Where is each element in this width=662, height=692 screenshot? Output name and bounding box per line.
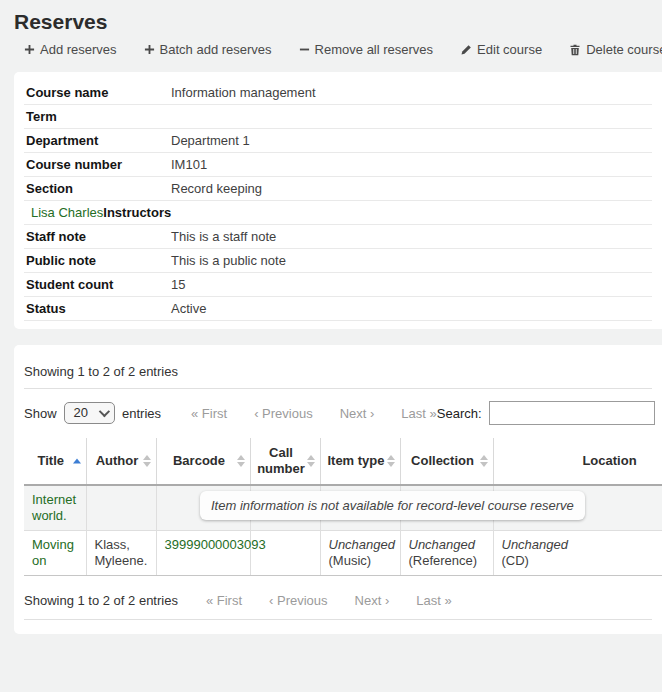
instructor-link[interactable]: Lisa Charles bbox=[31, 205, 103, 220]
detail-row-course-number: Course number IM101 bbox=[24, 153, 652, 177]
author-cell bbox=[86, 485, 156, 531]
plus-icon bbox=[144, 44, 155, 55]
table-footer: Showing 1 to 2 of 2 entries « First ‹ Pr… bbox=[24, 593, 652, 608]
sort-both-icon bbox=[387, 455, 395, 467]
page-length-value: 20 bbox=[74, 405, 88, 420]
batch-add-reserves-button[interactable]: Batch add reserves bbox=[144, 42, 272, 57]
detail-label: Section bbox=[24, 177, 164, 201]
course-details-panel: Course name Information management Term … bbox=[14, 72, 662, 329]
column-header-author[interactable]: Author bbox=[86, 438, 156, 485]
author-cell: Klass, Myleene. bbox=[86, 531, 156, 576]
column-header-call-number[interactable]: Call number bbox=[250, 438, 320, 485]
pencil-icon bbox=[460, 44, 472, 56]
remove-all-reserves-button[interactable]: Remove all reserves bbox=[299, 42, 434, 57]
minus-icon bbox=[299, 44, 310, 55]
last-page-button[interactable]: Last » bbox=[416, 593, 451, 608]
chevron-down-icon bbox=[99, 405, 110, 416]
detail-label: Department bbox=[24, 129, 164, 153]
page-length-select[interactable]: 20 bbox=[64, 402, 115, 424]
detail-value: This is a public note bbox=[164, 249, 652, 273]
last-page-button[interactable]: Last » bbox=[401, 406, 436, 421]
column-header-collection[interactable]: Collection bbox=[400, 438, 493, 485]
detail-label: Term bbox=[24, 105, 164, 129]
table-info-top: Showing 1 to 2 of 2 entries bbox=[24, 364, 652, 379]
column-header-barcode[interactable]: Barcode bbox=[156, 438, 250, 485]
detail-row-staff-note: Staff note This is a staff note bbox=[24, 225, 652, 249]
location-cell: Unchanged (CD) bbox=[493, 531, 662, 576]
divider bbox=[24, 388, 652, 389]
pagination-bottom: « First ‹ Previous Next › Last » bbox=[206, 593, 452, 608]
barcode-link[interactable]: 39999000003093 bbox=[165, 537, 266, 552]
detail-label: Staff note bbox=[24, 225, 164, 249]
batch-add-reserves-label: Batch add reserves bbox=[160, 42, 272, 57]
search-label: Search: bbox=[437, 406, 482, 421]
title-cell: Internet world. bbox=[24, 485, 86, 531]
table-controls: Show 20 entries « First ‹ Previous Next … bbox=[24, 401, 652, 425]
detail-label: Public note bbox=[24, 249, 164, 273]
header-row: Title Author Barcode Call number bbox=[24, 438, 662, 485]
sort-both-icon bbox=[307, 455, 315, 467]
title-cell: Moving on bbox=[24, 531, 86, 576]
show-label: Show bbox=[24, 406, 57, 421]
next-page-button[interactable]: Next › bbox=[355, 593, 390, 608]
search-box: Search: bbox=[437, 401, 655, 425]
title-link[interactable]: Internet world. bbox=[32, 492, 76, 523]
detail-value: Record keeping bbox=[164, 177, 652, 201]
edit-course-label: Edit course bbox=[477, 42, 542, 57]
table-row-moving-on: Moving on Klass, Myleene. 39999000003093… bbox=[24, 531, 662, 576]
collection-cell: Unchanged (Reference) bbox=[400, 531, 493, 576]
barcode-cell: 39999000003093 bbox=[156, 531, 250, 576]
delete-course-button[interactable]: Delete course bbox=[569, 42, 662, 57]
plus-icon bbox=[24, 44, 35, 55]
trash-icon bbox=[569, 44, 581, 56]
sort-both-icon bbox=[480, 455, 488, 467]
add-reserves-label: Add reserves bbox=[40, 42, 117, 57]
entries-label: entries bbox=[122, 406, 161, 421]
remove-all-reserves-label: Remove all reserves bbox=[315, 42, 434, 57]
first-page-button[interactable]: « First bbox=[191, 406, 227, 421]
page-title: Reserves bbox=[14, 10, 662, 34]
detail-value bbox=[164, 105, 652, 129]
table-info-bottom: Showing 1 to 2 of 2 entries bbox=[24, 593, 178, 608]
detail-row-department: Department Department 1 bbox=[24, 129, 652, 153]
detail-value: IM101 bbox=[164, 153, 652, 177]
pagination-top: « First ‹ Previous Next › Last » bbox=[191, 406, 437, 421]
detail-row-section: Section Record keeping bbox=[24, 177, 652, 201]
detail-row-term: Term bbox=[24, 105, 652, 129]
column-header-item-type[interactable]: Item type bbox=[320, 438, 400, 485]
toolbar: Add reserves Batch add reserves Remove a… bbox=[24, 42, 662, 57]
add-reserves-button[interactable]: Add reserves bbox=[24, 42, 117, 57]
instructors-cell: Lisa CharlesInstructors bbox=[24, 201, 652, 225]
first-page-button[interactable]: « First bbox=[206, 593, 242, 608]
detail-row-student-count: Student count 15 bbox=[24, 273, 652, 297]
column-header-title[interactable]: Title bbox=[24, 438, 86, 485]
detail-label: Status bbox=[24, 297, 164, 321]
column-header-location[interactable]: Location bbox=[493, 438, 662, 485]
detail-row-public-note: Public note This is a public note bbox=[24, 249, 652, 273]
sort-both-icon bbox=[143, 455, 151, 467]
detail-value: Information management bbox=[164, 81, 652, 105]
sort-asc-icon bbox=[73, 459, 81, 464]
course-details-table: Course name Information management Term … bbox=[24, 81, 652, 321]
detail-label: Course number bbox=[24, 153, 164, 177]
detail-row-course-name: Course name Information management bbox=[24, 81, 652, 105]
title-link[interactable]: Moving on bbox=[32, 537, 74, 568]
delete-course-label: Delete course bbox=[586, 42, 662, 57]
previous-page-button[interactable]: ‹ Previous bbox=[269, 593, 328, 608]
next-page-button[interactable]: Next › bbox=[340, 406, 375, 421]
instructors-label: Instructors bbox=[103, 205, 171, 220]
detail-row-status: Status Active bbox=[24, 297, 652, 321]
detail-value: 15 bbox=[164, 273, 652, 297]
detail-label: Student count bbox=[24, 273, 164, 297]
detail-value: This is a staff note bbox=[164, 225, 652, 249]
reserves-table-wrap: Title Author Barcode Call number bbox=[24, 438, 652, 576]
item-type-cell: Unchanged (Music) bbox=[320, 531, 400, 576]
search-input[interactable] bbox=[489, 401, 655, 425]
item-unavailable-tooltip: Item information is not available for re… bbox=[200, 491, 585, 520]
detail-value: Active bbox=[164, 297, 652, 321]
detail-row-instructors: Lisa CharlesInstructors bbox=[24, 201, 652, 225]
detail-value: Department 1 bbox=[164, 129, 652, 153]
divider bbox=[24, 619, 652, 620]
edit-course-button[interactable]: Edit course bbox=[460, 42, 542, 57]
previous-page-button[interactable]: ‹ Previous bbox=[254, 406, 313, 421]
